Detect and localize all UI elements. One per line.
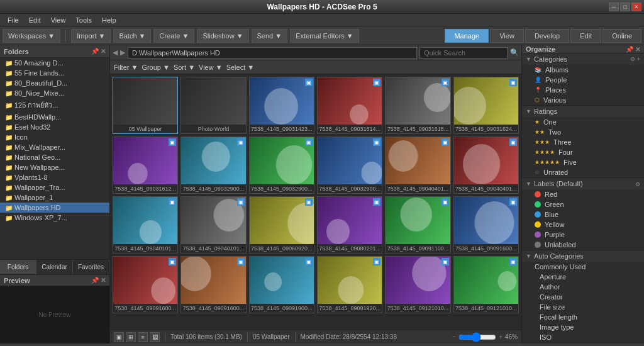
- thumbnail-item[interactable]: ▣7538_4145_09032900...: [317, 137, 382, 194]
- org-item-yellow[interactable]: Yellow: [522, 220, 644, 230]
- org-item-three[interactable]: ★★★ Three: [522, 137, 644, 147]
- tree-item[interactable]: 📁50 Amazing D...: [0, 58, 109, 68]
- import-button[interactable]: Import ▼: [71, 29, 111, 43]
- thumbnail-item[interactable]: ▣7538_4145_09091600...: [180, 256, 246, 313]
- tree-item[interactable]: 📁125 กาพย์หัว...: [0, 98, 109, 112]
- tree-item[interactable]: 📁BestHDWallp...: [0, 112, 109, 122]
- menu-view[interactable]: View: [46, 14, 71, 26]
- select-button[interactable]: Select ▼: [226, 64, 255, 71]
- org-item-places[interactable]: 📍 Places: [522, 85, 644, 95]
- tree-item[interactable]: 📁80_Nice_Mixe...: [0, 88, 109, 98]
- thumbnail-item[interactable]: ▣7538_4145_09031423...: [249, 77, 314, 134]
- org-item-five[interactable]: ★★★★★ Five: [522, 157, 644, 167]
- send-button[interactable]: Send ▼: [252, 29, 288, 43]
- nav-forward-icon[interactable]: ▶: [120, 48, 125, 57]
- thumbnail-item[interactable]: ▣7538_4145_09031624...: [453, 77, 519, 134]
- thumbnail-item[interactable]: ▣7538_4145_09060920...: [249, 196, 314, 254]
- thumbnail-item[interactable]: ▣7538_4145_09031614...: [317, 77, 382, 134]
- filter-button[interactable]: Filter ▼: [114, 64, 138, 71]
- tree-item[interactable]: 📁Eset Nod32: [0, 122, 109, 132]
- thumbnail-item[interactable]: ▣7538_4145_09032900...: [249, 137, 314, 194]
- org-item-blue[interactable]: Blue: [522, 209, 644, 220]
- tree-item-selected[interactable]: 📁Wallpapers HD: [0, 203, 109, 213]
- status-icon-4[interactable]: 🖼: [150, 332, 160, 342]
- org-item-unlabeled[interactable]: Unlabeled: [522, 240, 644, 250]
- pin-icon[interactable]: 📌: [91, 48, 99, 55]
- org-item-purple[interactable]: Purple: [522, 230, 644, 240]
- tab-calendar[interactable]: Calendar: [36, 260, 73, 274]
- external-editors-button[interactable]: External Editors ▼: [290, 29, 359, 43]
- tree-item[interactable]: 📁New Wallpape...: [0, 162, 109, 172]
- slideshow-button[interactable]: Slideshow ▼: [197, 29, 248, 43]
- auto-keywords[interactable]: Keywords: [522, 342, 644, 343]
- zoom-in-icon[interactable]: +: [499, 333, 502, 340]
- group-button[interactable]: Group ▼: [142, 64, 170, 71]
- add-cat-icon[interactable]: +: [637, 56, 640, 62]
- tree-item[interactable]: 📁Mix_Wallpaper...: [0, 142, 109, 152]
- org-item-red[interactable]: Red: [522, 189, 644, 199]
- search-input[interactable]: [419, 47, 508, 59]
- tab-view[interactable]: View: [490, 29, 524, 43]
- auto-imagetype[interactable]: Image type: [522, 322, 644, 332]
- zoom-slider[interactable]: [458, 332, 496, 342]
- org-item-two[interactable]: ★★ Two: [522, 127, 644, 137]
- create-button[interactable]: Create ▼: [153, 29, 194, 43]
- tree-item[interactable]: 📁National Geo...: [0, 152, 109, 162]
- status-icon-3[interactable]: ≡: [138, 332, 148, 342]
- tab-develop[interactable]: Develop: [525, 29, 569, 43]
- thumbnail-item[interactable]: ▣7538_4145_09040401...: [385, 137, 450, 194]
- org-item-four[interactable]: ★★★★ Four: [522, 147, 644, 157]
- thumbnail-item[interactable]: ▣7538_4145_09091900...: [249, 256, 314, 313]
- view-button[interactable]: View ▼: [199, 64, 223, 71]
- thumbnail-item[interactable]: ▣7538_4145_09121010...: [453, 256, 519, 313]
- status-icon-2[interactable]: ⊞: [126, 332, 136, 342]
- tree-item[interactable]: 📁Wallpaper_Tra...: [0, 182, 109, 193]
- thumbnail-item[interactable]: ▣7538_4145_09080201...: [317, 196, 382, 254]
- tab-folders[interactable]: Folders: [0, 260, 36, 274]
- thumbnail-item[interactable]: ▣7538_4145_09091100...: [385, 196, 450, 254]
- org-item-unrated[interactable]: ☆ Unrated: [522, 167, 644, 177]
- thumbnail-item[interactable]: ▣7538_4145_09031612...: [113, 137, 178, 194]
- org-item-albums[interactable]: 📚 Albums: [522, 65, 644, 75]
- nav-back-icon[interactable]: ◀: [113, 48, 118, 57]
- thumbnail-item[interactable]: ▣7538_4145_09091920...: [317, 256, 382, 313]
- thumbnail-item[interactable]: ▣7538_4145_09040101...: [113, 196, 178, 254]
- auto-iso[interactable]: ISO: [522, 332, 644, 342]
- path-input[interactable]: [128, 47, 417, 59]
- org-item-various[interactable]: ⬡ Various: [522, 95, 644, 105]
- zoom-out-icon[interactable]: −: [452, 333, 456, 340]
- tab-edit[interactable]: Edit: [570, 29, 601, 43]
- auto-cats-header[interactable]: ▼ Auto Categories: [522, 250, 644, 262]
- status-icon-1[interactable]: ▣: [114, 332, 124, 342]
- auto-focal[interactable]: Focal length: [522, 312, 644, 322]
- tree-item[interactable]: 📁55 Fine Lands...: [0, 68, 109, 78]
- tree-item[interactable]: 📁80_Beautiful_D...: [0, 78, 109, 88]
- gear-icon[interactable]: ⚙: [630, 56, 635, 62]
- categories-header[interactable]: ▼ Categories ⚙ +: [522, 53, 644, 65]
- auto-creator[interactable]: Creator: [522, 292, 644, 302]
- search-icon[interactable]: 🔍: [510, 48, 519, 57]
- thumbnail-item[interactable]: ▣7538_4145_09121010...: [385, 256, 450, 313]
- tab-online[interactable]: Online: [602, 29, 641, 43]
- close-panel-icon[interactable]: ✕: [101, 48, 106, 55]
- close-button[interactable]: ✕: [631, 3, 641, 11]
- tree-item[interactable]: 📁Windows XP_7...: [0, 213, 109, 223]
- thumbnail-item[interactable]: Photo World: [180, 77, 246, 134]
- tab-favorites[interactable]: Favorites: [73, 260, 109, 274]
- labels-header[interactable]: ▼ Labels (Default) ⚙: [522, 178, 644, 189]
- auto-author[interactable]: Author: [522, 282, 644, 292]
- workspaces-button[interactable]: Workspaces ▼: [3, 29, 60, 43]
- tree-item[interactable]: 📁Wallpaper_1: [0, 193, 109, 203]
- menu-file[interactable]: File: [3, 14, 24, 26]
- org-item-one[interactable]: ★ One: [522, 117, 644, 127]
- pin-icon-organize[interactable]: 📌: [626, 46, 633, 53]
- minimize-button[interactable]: ─: [609, 3, 619, 11]
- gear-labels-icon[interactable]: ⚙: [635, 181, 640, 187]
- auto-aperture[interactable]: Aperture: [522, 272, 644, 282]
- thumbnail-item[interactable]: ▣7538_4145_09032900...: [180, 137, 246, 194]
- auto-filesize[interactable]: File size: [522, 302, 644, 312]
- tab-manage[interactable]: Manage: [445, 29, 489, 43]
- thumbnail-item[interactable]: ▣7538_4145_09031618...: [385, 77, 450, 134]
- tree-item[interactable]: 📁Vplants1-8: [0, 172, 109, 182]
- maximize-button[interactable]: □: [620, 3, 630, 11]
